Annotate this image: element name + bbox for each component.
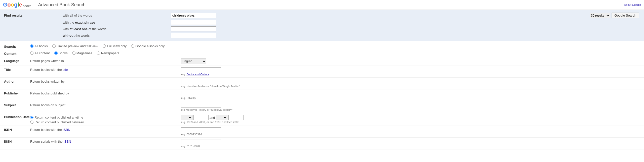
issn-input-col: e.g. 0161-7370 <box>181 139 644 148</box>
search-google-ebooks-option[interactable]: Google eBooks only <box>131 44 165 48</box>
all-bold: all <box>70 14 73 17</box>
subject-input-col: e.g Medieval History or "Medieval Histor… <box>181 103 644 111</box>
pubdate-anytime-radio[interactable] <box>30 116 33 119</box>
subject-example: e.g Medieval History or "Medieval Histor… <box>181 108 639 111</box>
logo-letter-o1: o <box>7 2 11 8</box>
subject-label: Subject <box>0 103 30 107</box>
content-newspapers-label: Newspapers <box>101 51 119 55</box>
publisher-example: e.g. O'Reilly <box>181 96 639 99</box>
isbn-row: ISBN Return books with the ISBN e.g. 006… <box>0 126 644 138</box>
language-input-col: Any Language English Spanish French Germ… <box>181 59 644 64</box>
results-count-select[interactable]: 10 results 30 results 50 results 100 res… <box>590 13 610 18</box>
pubdate-between-radio[interactable] <box>30 121 33 124</box>
subject-input[interactable] <box>181 103 221 108</box>
author-input-col: e.g. Hamilton Mable or "Hamilton Wright … <box>181 79 644 88</box>
content-all-content-option[interactable]: All content <box>30 51 50 55</box>
pubdate-to-year[interactable] <box>228 115 244 120</box>
exact-phrase-bold: exact phrase <box>75 21 95 24</box>
language-row: Language Return pages written in Any Lan… <box>0 57 644 66</box>
content-magazines-option[interactable]: Magazines <box>72 51 92 55</box>
title-example-link[interactable]: Books and Culture <box>186 73 209 76</box>
search-full-view-radio[interactable] <box>103 44 106 48</box>
author-label: Author <box>0 79 30 83</box>
logo-letter-o2: o <box>11 2 14 8</box>
header: Googlebooks Advanced Book Search About G… <box>0 0 644 10</box>
title-row: Title Return books with the title e.g. B… <box>0 66 644 78</box>
author-desc: Return books written by <box>30 79 181 83</box>
language-label: Language <box>0 59 30 63</box>
search-full-view-option[interactable]: Full view only <box>103 44 127 48</box>
search-limited-preview-radio[interactable] <box>52 44 56 48</box>
all-words-input[interactable] <box>171 13 216 18</box>
pubdate-between-label: Return content published between <box>34 120 84 124</box>
find-without-desc: without the words <box>60 34 171 37</box>
exact-phrase-input[interactable] <box>171 20 216 25</box>
pubdate-to-select[interactable]: JanFebMarApr MayJunJulAug SepOctNovDec <box>216 115 227 120</box>
pubdate-and-text: and <box>210 116 215 120</box>
content-label: Content: <box>0 51 30 56</box>
content-all-label: All content <box>34 51 50 55</box>
content-newspapers-radio[interactable] <box>97 51 100 55</box>
issn-input[interactable] <box>181 139 221 144</box>
pubdate-example: e.g. 1999 and 2000, or Jan 1999 and Dec … <box>181 121 639 124</box>
content-magazines-radio[interactable] <box>72 51 75 55</box>
isbn-input[interactable] <box>181 127 221 132</box>
logo-letter-e: e <box>19 2 22 8</box>
content-row: Content: All content Books Magazines New… <box>0 50 644 57</box>
isbn-link[interactable]: ISBN <box>63 128 70 132</box>
pubdate-from-select[interactable]: JanFebMarApr MayJunJulAug SepOctNovDec <box>181 115 192 120</box>
pubdate-desc: Return content published anytime Return … <box>30 115 181 124</box>
search-row: Search: All books Limited preview and fu… <box>0 43 644 50</box>
title-input[interactable] <box>181 67 221 72</box>
pubdate-input-col: JanFebMarApr MayJunJulAug SepOctNovDec a… <box>181 115 644 124</box>
find-exact-phrase-input-col <box>171 20 644 25</box>
pubdate-options: Return content published anytime Return … <box>30 115 181 124</box>
search-google-ebooks-radio[interactable] <box>131 44 134 48</box>
pubdate-inline: JanFebMarApr MayJunJulAug SepOctNovDec a… <box>181 115 639 120</box>
about-google-link[interactable]: About Google <box>624 3 641 6</box>
search-limited-preview-label: Limited preview and full view <box>57 44 98 48</box>
pubdate-between-option[interactable]: Return content published between <box>30 120 181 124</box>
search-all-books-label: All books <box>34 44 48 48</box>
pubdate-label: Publication Date <box>0 115 30 119</box>
search-btn-col: 10 results 30 results 50 results 100 res… <box>590 13 644 18</box>
find-exact-phrase-desc: with the exact phrase <box>60 21 171 24</box>
at-least-one-input[interactable] <box>171 26 216 31</box>
author-input[interactable] <box>181 79 221 84</box>
content-books-label: Books <box>59 51 68 55</box>
language-select[interactable]: Any Language English Spanish French Germ… <box>181 59 206 64</box>
author-example: e.g. Hamilton Mable or "Hamilton Wright … <box>181 85 639 88</box>
author-row: Author Return books written by e.g. Hami… <box>0 78 644 89</box>
search-all-books-radio[interactable] <box>30 44 33 48</box>
pubdate-anytime-label: Return content published anytime <box>34 116 83 119</box>
isbn-example: e.g. 0060930314 <box>181 133 639 136</box>
search-full-view-label: Full view only <box>107 44 127 48</box>
search-google-ebooks-label: Google eBooks only <box>135 44 165 48</box>
pubdate-from-year[interactable] <box>193 115 209 120</box>
title-example: e.g. Books and Culture <box>181 73 639 76</box>
google-search-button[interactable]: Google Search <box>612 13 639 18</box>
find-results-at-least-one-row: with at least one of the words <box>0 26 644 32</box>
find-without-input-col <box>171 33 644 38</box>
isbn-desc: Return books with the ISBN <box>30 127 181 132</box>
search-options: All books Limited preview and full view … <box>30 44 206 48</box>
title-link[interactable]: title <box>63 68 68 72</box>
without-input[interactable] <box>171 33 216 38</box>
publisher-label: Publisher <box>0 91 30 95</box>
logo-letter-g2: g <box>14 2 17 8</box>
search-all-books-option[interactable]: All books <box>30 44 48 48</box>
content-books-radio[interactable] <box>54 51 58 55</box>
pubdate-anytime-option[interactable]: Return content published anytime <box>30 116 181 119</box>
find-results-label: Find results <box>0 14 60 17</box>
without-bold: without <box>63 34 74 37</box>
search-limited-preview-option[interactable]: Limited preview and full view <box>52 44 98 48</box>
publisher-input[interactable] <box>181 91 221 96</box>
issn-link[interactable]: ISSN <box>63 140 71 143</box>
google-books-logo[interactable]: Googlebooks <box>3 2 31 8</box>
content-books-option[interactable]: Books <box>54 51 68 55</box>
content-newspapers-option[interactable]: Newspapers <box>97 51 119 55</box>
logo-letter-g: G <box>3 2 7 8</box>
content-all-radio[interactable] <box>30 51 33 55</box>
subject-desc: Return books on subject <box>30 103 181 107</box>
header-left: Googlebooks Advanced Book Search <box>3 2 86 8</box>
